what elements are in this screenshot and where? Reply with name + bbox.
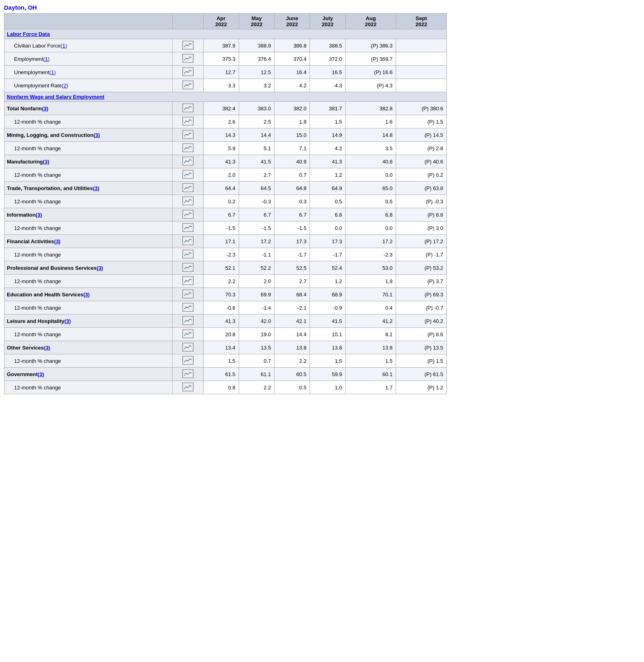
- chart-icon[interactable]: [182, 143, 194, 152]
- chart-icon[interactable]: [182, 343, 194, 352]
- footnote-link[interactable]: (1): [43, 56, 50, 62]
- section-label: Labor Force Data: [4, 29, 447, 39]
- footnote-link[interactable]: (3): [64, 318, 71, 324]
- july-cell: 41.5: [310, 314, 345, 328]
- back-data-cell[interactable]: [172, 275, 203, 288]
- june-cell: 6.7: [275, 208, 310, 221]
- footnote-link[interactable]: (3): [93, 132, 100, 138]
- back-data-cell[interactable]: [172, 142, 203, 155]
- july-cell: 1.5: [310, 354, 345, 368]
- back-data-cell[interactable]: [172, 52, 203, 66]
- apr-cell: 61.5: [203, 368, 239, 381]
- back-data-cell[interactable]: [172, 261, 203, 275]
- apr-cell: -2.3: [203, 248, 239, 261]
- chart-icon[interactable]: [182, 67, 194, 76]
- back-data-cell[interactable]: [172, 248, 203, 261]
- chart-icon[interactable]: [182, 130, 194, 139]
- svg-rect-12: [183, 210, 193, 218]
- table-row: 12-month % change 0.8 2.2 0.5 1.0 1.7 (P…: [4, 381, 447, 394]
- chart-icon[interactable]: [182, 170, 194, 179]
- chart-icon[interactable]: [182, 236, 194, 245]
- july-cell: 16.5: [310, 66, 345, 79]
- may-cell: -1.1: [239, 248, 274, 261]
- footnote-link[interactable]: (3): [93, 185, 99, 191]
- may-cell: 13.5: [239, 341, 274, 354]
- apr-cell: 64.4: [203, 182, 239, 195]
- chart-icon[interactable]: [182, 197, 194, 205]
- chart-icon[interactable]: [182, 223, 194, 232]
- chart-icon[interactable]: [182, 250, 194, 259]
- back-data-cell[interactable]: [172, 354, 203, 368]
- back-data-cell[interactable]: [172, 115, 203, 128]
- chart-icon[interactable]: [182, 290, 194, 298]
- july-cell: 4.2: [310, 142, 345, 155]
- chart-icon[interactable]: [182, 183, 194, 192]
- back-data-cell[interactable]: [172, 66, 203, 79]
- back-data-cell[interactable]: [172, 208, 203, 221]
- may-cell: 69.9: [239, 288, 274, 301]
- aug-cell: 0.4: [345, 301, 396, 314]
- footnote-link[interactable]: (3): [44, 345, 50, 351]
- back-data-cell[interactable]: [172, 155, 203, 168]
- back-data-cell[interactable]: [172, 341, 203, 354]
- may-cell: 388.9: [239, 39, 274, 52]
- footnote-link[interactable]: (2): [62, 83, 68, 89]
- chart-icon[interactable]: [182, 210, 194, 219]
- back-data-cell[interactable]: [172, 128, 203, 142]
- footnote-link[interactable]: (3): [36, 212, 42, 218]
- footnote-link[interactable]: (3): [54, 238, 60, 244]
- back-data-cell[interactable]: [172, 368, 203, 381]
- back-data-cell[interactable]: [172, 195, 203, 208]
- table-row: Government(3) 61.5 61.1 60.5 59.9 60.1 (…: [4, 368, 447, 381]
- back-data-cell[interactable]: [172, 39, 203, 52]
- back-data-cell[interactable]: [172, 221, 203, 235]
- chart-icon[interactable]: [182, 81, 194, 89]
- back-data-cell[interactable]: [172, 235, 203, 248]
- footnote-link[interactable]: (3): [83, 292, 90, 298]
- back-data-cell[interactable]: [172, 328, 203, 341]
- apr-cell: 2.6: [203, 115, 239, 128]
- back-data-cell[interactable]: [172, 381, 203, 394]
- chart-icon[interactable]: [182, 41, 194, 50]
- may-cell: 5.1: [239, 142, 274, 155]
- sept-cell: (P) 3.0: [396, 221, 447, 235]
- july-cell: 388.5: [310, 39, 345, 52]
- aug-cell: (P) 369.7: [345, 52, 396, 66]
- aug-cell: 1.6: [345, 115, 396, 128]
- footnote-link[interactable]: (3): [42, 106, 48, 112]
- footnote-link[interactable]: (1): [61, 43, 67, 49]
- apr-cell: 382.4: [203, 102, 239, 115]
- chart-icon[interactable]: [182, 356, 194, 365]
- back-data-cell[interactable]: [172, 314, 203, 328]
- row-label: 12-month % change: [4, 248, 173, 261]
- aug-cell: 6.8: [345, 208, 396, 221]
- back-data-cell[interactable]: [172, 288, 203, 301]
- sept-cell: (P) 69.3: [396, 288, 447, 301]
- sept-cell: [396, 52, 447, 66]
- may-cell: 12.5: [239, 66, 274, 79]
- section-link[interactable]: Labor Force Data: [7, 31, 50, 37]
- back-data-cell[interactable]: [172, 301, 203, 314]
- chart-icon[interactable]: [182, 329, 194, 338]
- footnote-link[interactable]: (3): [97, 265, 103, 271]
- chart-icon[interactable]: [182, 276, 194, 285]
- chart-icon[interactable]: [182, 54, 194, 63]
- back-data-cell[interactable]: [172, 168, 203, 182]
- footnote-link[interactable]: (3): [38, 371, 44, 377]
- chart-icon[interactable]: [182, 117, 194, 126]
- footnote-link[interactable]: (3): [43, 159, 50, 165]
- july-cell: 68.9: [310, 288, 345, 301]
- chart-icon[interactable]: [182, 157, 194, 166]
- chart-icon[interactable]: [182, 103, 194, 112]
- chart-icon[interactable]: [182, 263, 194, 272]
- back-data-cell[interactable]: [172, 102, 203, 115]
- row-label: 12-month % change: [4, 195, 173, 208]
- chart-icon[interactable]: [182, 316, 194, 325]
- chart-icon[interactable]: [182, 369, 194, 378]
- chart-icon[interactable]: [182, 303, 194, 312]
- back-data-cell[interactable]: [172, 79, 203, 92]
- footnote-link[interactable]: (1): [49, 69, 56, 75]
- back-data-cell[interactable]: [172, 182, 203, 195]
- section-link[interactable]: Nonfarm Wage and Salary Employment: [7, 94, 104, 100]
- chart-icon[interactable]: [182, 383, 194, 391]
